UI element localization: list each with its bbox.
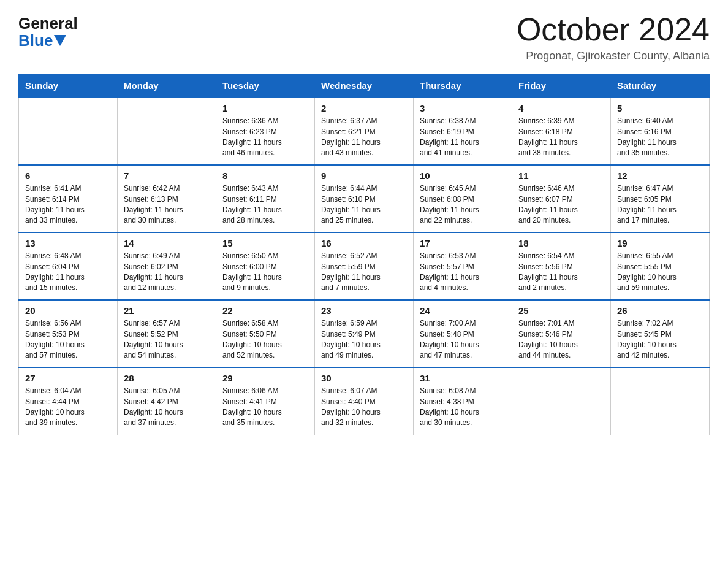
- logo-blue-text: Blue: [18, 31, 66, 50]
- calendar-header-friday: Friday: [512, 74, 611, 98]
- day-number: 25: [518, 305, 604, 316]
- day-info: Sunrise: 6:06 AMSunset: 4:41 PMDaylight:…: [222, 386, 308, 429]
- calendar-day-5: 5Sunrise: 6:40 AMSunset: 6:16 PMDaylight…: [611, 98, 710, 165]
- day-info: Sunrise: 7:01 AMSunset: 5:46 PMDaylight:…: [518, 318, 604, 361]
- day-number: 26: [617, 305, 703, 316]
- day-number: 11: [518, 170, 604, 181]
- calendar-day-3: 3Sunrise: 6:38 AMSunset: 6:19 PMDaylight…: [414, 98, 512, 165]
- day-number: 14: [124, 238, 210, 248]
- day-info: Sunrise: 6:37 AMSunset: 6:21 PMDaylight:…: [321, 116, 407, 159]
- calendar-day-24: 24Sunrise: 7:00 AMSunset: 5:48 PMDayligh…: [414, 300, 512, 367]
- calendar-day-4: 4Sunrise: 6:39 AMSunset: 6:18 PMDaylight…: [512, 98, 611, 165]
- day-info: Sunrise: 6:43 AMSunset: 6:11 PMDaylight:…: [222, 183, 308, 226]
- day-number: 28: [124, 373, 210, 383]
- calendar-day-22: 22Sunrise: 6:58 AMSunset: 5:50 PMDayligh…: [216, 300, 315, 367]
- calendar-day-12: 12Sunrise: 6:47 AMSunset: 6:05 PMDayligh…: [611, 165, 710, 232]
- day-info: Sunrise: 6:48 AMSunset: 6:04 PMDaylight:…: [25, 251, 111, 294]
- calendar-day-14: 14Sunrise: 6:49 AMSunset: 6:02 PMDayligh…: [118, 232, 216, 300]
- calendar-week-row: 6Sunrise: 6:41 AMSunset: 6:14 PMDaylight…: [19, 165, 710, 232]
- day-info: Sunrise: 6:57 AMSunset: 5:52 PMDaylight:…: [124, 318, 210, 361]
- day-number: 19: [617, 238, 703, 248]
- day-number: 9: [321, 170, 407, 181]
- day-info: Sunrise: 6:08 AMSunset: 4:38 PMDaylight:…: [420, 386, 506, 429]
- day-number: 5: [617, 103, 703, 113]
- day-info: Sunrise: 7:02 AMSunset: 5:45 PMDaylight:…: [617, 318, 703, 361]
- calendar-day-23: 23Sunrise: 6:59 AMSunset: 5:49 PMDayligh…: [315, 300, 414, 367]
- day-info: Sunrise: 6:07 AMSunset: 4:40 PMDaylight:…: [321, 386, 407, 429]
- day-number: 23: [321, 305, 407, 316]
- day-number: 22: [222, 305, 308, 316]
- day-number: 21: [124, 305, 210, 316]
- day-info: Sunrise: 7:00 AMSunset: 5:48 PMDaylight:…: [420, 318, 506, 361]
- calendar-day-21: 21Sunrise: 6:57 AMSunset: 5:52 PMDayligh…: [118, 300, 216, 367]
- day-number: 7: [124, 170, 210, 181]
- day-info: Sunrise: 6:44 AMSunset: 6:10 PMDaylight:…: [321, 183, 407, 226]
- day-info: Sunrise: 6:39 AMSunset: 6:18 PMDaylight:…: [518, 116, 604, 159]
- day-info: Sunrise: 6:56 AMSunset: 5:53 PMDaylight:…: [25, 318, 111, 361]
- day-number: 29: [222, 373, 308, 383]
- calendar-day-15: 15Sunrise: 6:50 AMSunset: 6:00 PMDayligh…: [216, 232, 315, 300]
- day-number: 3: [420, 103, 506, 113]
- day-number: 8: [222, 170, 308, 181]
- day-info: Sunrise: 6:55 AMSunset: 5:55 PMDaylight:…: [617, 251, 703, 294]
- calendar-day-6: 6Sunrise: 6:41 AMSunset: 6:14 PMDaylight…: [19, 165, 118, 232]
- day-number: 2: [321, 103, 407, 113]
- calendar-day-11: 11Sunrise: 6:46 AMSunset: 6:07 PMDayligh…: [512, 165, 611, 232]
- day-number: 10: [420, 170, 506, 181]
- title-area: October 2024 Progonat, Gjirokaster Count…: [517, 12, 710, 63]
- calendar-day-9: 9Sunrise: 6:44 AMSunset: 6:10 PMDaylight…: [315, 165, 414, 232]
- day-info: Sunrise: 6:47 AMSunset: 6:05 PMDaylight:…: [617, 183, 703, 226]
- day-info: Sunrise: 6:38 AMSunset: 6:19 PMDaylight:…: [420, 116, 506, 159]
- calendar-header-saturday: Saturday: [611, 74, 710, 98]
- calendar-header-row: SundayMondayTuesdayWednesdayThursdayFrid…: [19, 74, 710, 98]
- calendar-day-25: 25Sunrise: 7:01 AMSunset: 5:46 PMDayligh…: [512, 300, 611, 367]
- day-info: Sunrise: 6:54 AMSunset: 5:56 PMDaylight:…: [518, 251, 604, 294]
- calendar-week-row: 13Sunrise: 6:48 AMSunset: 6:04 PMDayligh…: [19, 232, 710, 300]
- day-number: 27: [25, 373, 111, 383]
- calendar-day-7: 7Sunrise: 6:42 AMSunset: 6:13 PMDaylight…: [118, 165, 216, 232]
- day-info: Sunrise: 6:53 AMSunset: 5:57 PMDaylight:…: [420, 251, 506, 294]
- day-info: Sunrise: 6:46 AMSunset: 6:07 PMDaylight:…: [518, 183, 604, 226]
- day-info: Sunrise: 6:52 AMSunset: 5:59 PMDaylight:…: [321, 251, 407, 294]
- header: General Blue October 2024 Progonat, Gjir…: [18, 12, 710, 63]
- day-info: Sunrise: 6:58 AMSunset: 5:50 PMDaylight:…: [222, 318, 308, 361]
- day-number: 18: [518, 238, 604, 248]
- day-number: 1: [222, 103, 308, 113]
- day-info: Sunrise: 6:05 AMSunset: 4:42 PMDaylight:…: [124, 386, 210, 429]
- day-info: Sunrise: 6:49 AMSunset: 6:02 PMDaylight:…: [124, 251, 210, 294]
- calendar-day-20: 20Sunrise: 6:56 AMSunset: 5:53 PMDayligh…: [19, 300, 118, 367]
- day-number: 15: [222, 238, 308, 248]
- calendar-day-10: 10Sunrise: 6:45 AMSunset: 6:08 PMDayligh…: [414, 165, 512, 232]
- day-info: Sunrise: 6:40 AMSunset: 6:16 PMDaylight:…: [617, 116, 703, 159]
- calendar-day-2: 2Sunrise: 6:37 AMSunset: 6:21 PMDaylight…: [315, 98, 414, 165]
- calendar-title: October 2024: [517, 12, 710, 47]
- calendar-header-sunday: Sunday: [19, 74, 118, 98]
- calendar-week-row: 20Sunrise: 6:56 AMSunset: 5:53 PMDayligh…: [19, 300, 710, 367]
- calendar-day-28: 28Sunrise: 6:05 AMSunset: 4:42 PMDayligh…: [118, 367, 216, 435]
- calendar-day-17: 17Sunrise: 6:53 AMSunset: 5:57 PMDayligh…: [414, 232, 512, 300]
- calendar-empty-cell: [19, 98, 118, 165]
- calendar-week-row: 27Sunrise: 6:04 AMSunset: 4:44 PMDayligh…: [19, 367, 710, 435]
- day-number: 16: [321, 238, 407, 248]
- calendar-day-31: 31Sunrise: 6:08 AMSunset: 4:38 PMDayligh…: [414, 367, 512, 435]
- calendar-empty-cell: [118, 98, 216, 165]
- calendar-day-26: 26Sunrise: 7:02 AMSunset: 5:45 PMDayligh…: [611, 300, 710, 367]
- calendar-header-wednesday: Wednesday: [315, 74, 414, 98]
- day-number: 13: [25, 238, 111, 248]
- calendar-week-row: 1Sunrise: 6:36 AMSunset: 6:23 PMDaylight…: [19, 98, 710, 165]
- calendar-header-thursday: Thursday: [414, 74, 512, 98]
- calendar-table: SundayMondayTuesdayWednesdayThursdayFrid…: [18, 74, 710, 435]
- day-info: Sunrise: 6:36 AMSunset: 6:23 PMDaylight:…: [222, 116, 308, 159]
- day-number: 20: [25, 305, 111, 316]
- location-subtitle: Progonat, Gjirokaster County, Albania: [517, 50, 710, 63]
- day-info: Sunrise: 6:50 AMSunset: 6:00 PMDaylight:…: [222, 251, 308, 294]
- calendar-empty-cell: [611, 367, 710, 435]
- day-number: 4: [518, 103, 604, 113]
- calendar-day-1: 1Sunrise: 6:36 AMSunset: 6:23 PMDaylight…: [216, 98, 315, 165]
- calendar-header-tuesday: Tuesday: [216, 74, 315, 98]
- day-number: 24: [420, 305, 506, 316]
- calendar-day-16: 16Sunrise: 6:52 AMSunset: 5:59 PMDayligh…: [315, 232, 414, 300]
- day-number: 17: [420, 238, 506, 248]
- day-number: 30: [321, 373, 407, 383]
- day-info: Sunrise: 6:41 AMSunset: 6:14 PMDaylight:…: [25, 183, 111, 226]
